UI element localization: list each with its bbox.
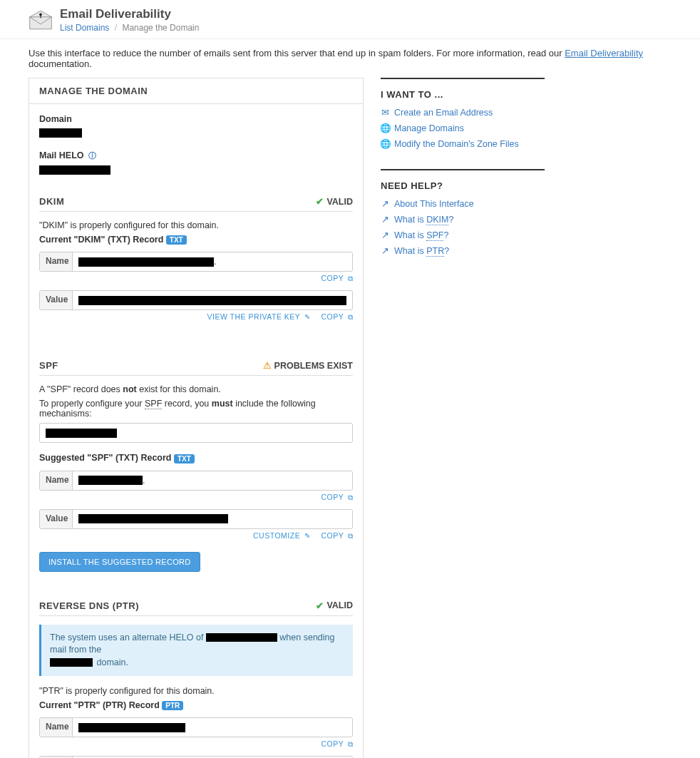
- spf-copy-name-link[interactable]: COPY ⧉: [321, 493, 354, 501]
- copy-icon: ⧉: [348, 493, 354, 501]
- ptr-name-row: Name: [39, 717, 353, 737]
- breadcrumb-list-domains[interactable]: List Domains: [60, 23, 109, 33]
- customize-link[interactable]: CUSTOMIZE ✎: [253, 531, 310, 540]
- i-want-to-heading: I WANT TO ...: [381, 78, 545, 100]
- pencil-icon: ✎: [304, 532, 311, 540]
- ptr-record-label: Current "PTR" (PTR) Record PTR: [39, 700, 353, 710]
- spf-mech-desc: To properly configure your SPF record, y…: [39, 399, 353, 419]
- txt-badge: TXT: [174, 454, 195, 463]
- dkim-title: DKIM: [39, 196, 64, 207]
- spf-name-row: Name .: [39, 471, 353, 491]
- svg-rect-3: [40, 14, 41, 18]
- breadcrumb: List Domains / Manage the Domain: [60, 23, 199, 33]
- ptr-copy-name-link[interactable]: COPY ⧉: [321, 739, 354, 748]
- help-what-is-ptr[interactable]: ↗ What is PTR?: [381, 245, 545, 256]
- sidebar-item-manage-domains[interactable]: 🌐 Manage Domains: [381, 123, 545, 133]
- spf-value-label: Value: [40, 510, 73, 528]
- mail-helo-value: [39, 165, 110, 175]
- breadcrumb-current: Manage the Domain: [122, 23, 199, 33]
- breadcrumb-separator: /: [115, 23, 117, 33]
- dkim-name-value[interactable]: .: [73, 252, 352, 271]
- pencil-icon: ✎: [304, 313, 311, 321]
- dkim-section-header: DKIM ✔ VALID: [39, 192, 353, 212]
- external-link-icon: ↗: [381, 245, 390, 256]
- spf-value-row: Value: [39, 509, 353, 529]
- spf-name-label: Name: [40, 471, 73, 490]
- help-what-is-dkim[interactable]: ↗ What is DKIM?: [381, 214, 545, 225]
- help-about-interface[interactable]: ↗ About This Interface: [381, 198, 545, 209]
- dkim-name-row: Name .: [39, 252, 353, 272]
- dkim-copy-name-link[interactable]: COPY ⧉: [321, 274, 354, 282]
- globe-icon: 🌐: [381, 123, 390, 133]
- help-icon[interactable]: ⓘ: [88, 151, 96, 160]
- dkim-status: ✔ VALID: [316, 196, 353, 207]
- dkim-desc: "DKIM" is properly configured for this d…: [39, 220, 353, 230]
- panel-title: MANAGE THE DOMAIN: [29, 78, 363, 104]
- spf-value-value[interactable]: [73, 510, 352, 528]
- doc-link[interactable]: Email Deliverability: [565, 48, 643, 58]
- spf-mechanisms-input[interactable]: [39, 423, 353, 443]
- manage-domain-panel: MANAGE THE DOMAIN Domain Mail HELO ⓘ DKI…: [29, 78, 364, 758]
- dkim-name-label: Name: [40, 252, 73, 271]
- email-deliverability-icon: [29, 9, 53, 31]
- sidebar-item-modify-zone[interactable]: 🌐 Modify the Domain's Zone Files: [381, 138, 545, 149]
- page-header: Email Deliverability List Domains / Mana…: [0, 0, 700, 39]
- ptr-badge: PTR: [162, 701, 183, 710]
- ptr-name-label: Name: [40, 718, 73, 737]
- external-link-icon: ↗: [381, 214, 390, 225]
- spf-name-value[interactable]: .: [73, 471, 352, 490]
- spf-suggested-label: Suggested "SPF" (TXT) Record TXT: [39, 453, 353, 463]
- spf-status: ⚠ PROBLEMS EXIST: [263, 360, 353, 371]
- mail-helo-label: Mail HELO ⓘ: [39, 150, 353, 161]
- copy-icon: ⧉: [348, 532, 354, 540]
- domain-label: Domain: [39, 114, 353, 124]
- ptr-info-box: The system uses an alternate HELO of whe…: [39, 625, 353, 677]
- spf-copy-value-link[interactable]: COPY ⧉: [321, 531, 354, 540]
- view-private-key-link[interactable]: VIEW THE PRIVATE KEY ✎: [207, 312, 311, 321]
- envelope-icon: ✉: [381, 107, 390, 118]
- dkim-value-label: Value: [40, 291, 73, 309]
- globe-icon: 🌐: [381, 138, 390, 149]
- install-suggested-record-button[interactable]: INSTALL THE SUGGESTED RECORD: [39, 552, 200, 572]
- help-what-is-spf[interactable]: ↗ What is SPF?: [381, 230, 545, 240]
- warning-icon: ⚠: [263, 360, 272, 371]
- copy-icon: ⧉: [348, 275, 354, 282]
- intro-text: Use this interface to reduce the number …: [0, 39, 700, 78]
- page-title: Email Deliverability: [60, 7, 199, 21]
- sidebar: I WANT TO ... ✉ Create an Email Address …: [381, 78, 545, 276]
- txt-badge: TXT: [166, 235, 187, 245]
- ptr-name-value[interactable]: [73, 718, 352, 737]
- need-help-heading: NEED HELP?: [381, 169, 545, 191]
- check-icon: ✔: [316, 196, 324, 207]
- ptr-status: ✔ VALID: [316, 600, 353, 611]
- dkim-value-value[interactable]: [73, 291, 352, 309]
- copy-icon: ⧉: [348, 740, 354, 748]
- spf-desc: A "SPF" record does not exist for this d…: [39, 384, 353, 394]
- ptr-desc: "PTR" is properly configured for this do…: [39, 686, 353, 696]
- spf-title: SPF: [39, 360, 58, 371]
- external-link-icon: ↗: [381, 198, 390, 209]
- ptr-title: REVERSE DNS (PTR): [39, 600, 139, 611]
- domain-value: [39, 128, 82, 138]
- check-icon: ✔: [316, 600, 324, 611]
- copy-icon: ⧉: [348, 313, 354, 321]
- external-link-icon: ↗: [381, 230, 390, 240]
- dkim-record-label: Current "DKIM" (TXT) Record TXT: [39, 235, 353, 245]
- sidebar-item-create-email[interactable]: ✉ Create an Email Address: [381, 107, 545, 118]
- spf-section-header: SPF ⚠ PROBLEMS EXIST: [39, 356, 353, 376]
- dkim-copy-value-link[interactable]: COPY ⧉: [321, 312, 354, 321]
- ptr-section-header: REVERSE DNS (PTR) ✔ VALID: [39, 596, 353, 616]
- dkim-value-row: Value: [39, 290, 353, 310]
